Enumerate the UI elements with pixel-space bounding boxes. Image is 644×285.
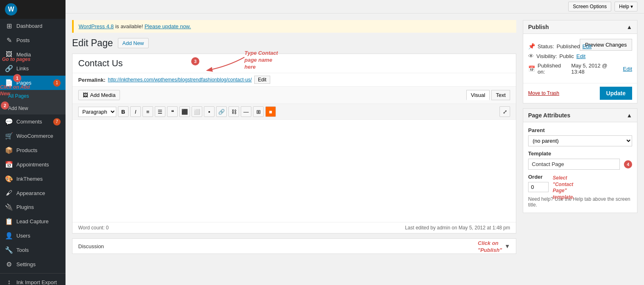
template-row: Contact Page 4	[528, 159, 632, 170]
posts-icon: ✎	[5, 36, 13, 44]
add-media-btn[interactable]: 🖼 Add Media	[78, 90, 120, 100]
published-edit-link[interactable]: Edit	[623, 66, 632, 72]
template-section: Template Contact Page 4 Select "Contact …	[528, 150, 632, 170]
sidebar-item-settings[interactable]: ⚙ Settings	[0, 257, 66, 272]
ol-btn[interactable]: ☰	[155, 106, 165, 117]
products-icon: 📦	[5, 146, 13, 154]
sidebar-item-label: Tools	[16, 247, 29, 253]
sidebar-logo: W	[0, 0, 66, 19]
woocommerce-icon: 🛒	[5, 132, 13, 140]
more-btn[interactable]: —	[241, 106, 251, 117]
status-row: 📌 Status: Published Edit	[528, 43, 580, 49]
help-btn[interactable]: Help ▾	[615, 2, 637, 11]
align-right-btn[interactable]: ▪	[204, 106, 215, 117]
page-heading: Edit Page	[72, 38, 113, 49]
visibility-label: Visibility:	[536, 53, 557, 59]
publish-collapse-icon: ▲	[626, 24, 632, 30]
sidebar-item-ink-import-export[interactable]: ↕ Ink Import Export	[0, 275, 66, 285]
step-1-badge: 1	[13, 74, 21, 82]
visibility-edit-link[interactable]: Edit	[576, 53, 585, 59]
trash-link[interactable]: Move to Trash	[528, 90, 559, 96]
sidebar-item-plugins[interactable]: 🔌 Plugins	[0, 200, 66, 214]
notice-version-link[interactable]: WordPress 4.8	[79, 23, 114, 29]
sidebar-item-users[interactable]: 👤 Users	[0, 229, 66, 243]
users-icon: 👤	[5, 232, 13, 240]
add-new-button[interactable]: Add New	[118, 38, 149, 48]
ink-import-export-icon: ↕	[5, 278, 13, 285]
visual-tab[interactable]: Visual	[466, 90, 490, 100]
step-3-badge: 3	[191, 57, 199, 65]
align-center-btn[interactable]: ⬜	[192, 106, 202, 117]
table-btn[interactable]: ⊞	[253, 106, 264, 117]
sidebar-item-appointments[interactable]: 📅 Appointments	[0, 157, 66, 172]
sidebar-item-posts[interactable]: ✎ Posts	[0, 33, 66, 47]
all-pages-label: All Pages	[8, 93, 29, 99]
sidebar-item-media[interactable]: 🖼 Media	[0, 47, 66, 61]
sidebar-item-lead-capture[interactable]: 📋 Lead Capture	[0, 214, 66, 229]
sidebar-add-new[interactable]: Add New 2	[0, 102, 66, 114]
sidebar-item-label: Comments	[16, 119, 42, 125]
permalink-edit-btn[interactable]: Edit	[254, 76, 270, 84]
page-attributes-panel: Page Attributes ▲ Parent (no parent) Tem…	[523, 108, 637, 213]
plugins-icon: 🔌	[5, 203, 13, 211]
ul-btn[interactable]: ≡	[142, 106, 153, 117]
unlink-btn[interactable]: ⛓	[228, 106, 239, 117]
parent-select[interactable]: (no parent)	[528, 135, 632, 146]
text-tab[interactable]: Text	[491, 90, 510, 100]
pages-badge: 1	[53, 79, 61, 87]
sidebar-item-tools[interactable]: 🔧 Tools	[0, 243, 66, 257]
notice-update-link[interactable]: Please update now.	[145, 23, 191, 29]
page-attributes-header: Page Attributes ▲	[523, 109, 637, 122]
blockquote-btn[interactable]: ❝	[167, 106, 178, 117]
screen-options-btn[interactable]: Screen Options	[568, 2, 611, 11]
italic-btn[interactable]: I	[130, 106, 141, 117]
sidebar-item-label: Products	[16, 147, 37, 153]
word-count-bar: Word count: 0 Last edited by admin on Ma…	[72, 222, 516, 233]
sidebar-item-label: Users	[16, 233, 30, 239]
publish-title: Publish	[528, 24, 549, 30]
status-edit-link[interactable]: Edit	[583, 43, 592, 49]
topbar: Screen Options Help ▾	[66, 0, 644, 13]
bold-btn[interactable]: B	[118, 106, 129, 117]
sidebar-item-comments[interactable]: 💬 Comments 7	[0, 114, 66, 129]
wp-logo-icon: W	[5, 3, 17, 16]
update-btn[interactable]: Update	[600, 87, 632, 100]
publish-panel: Publish ▲ Preview Changes 📌 Status: Publ…	[523, 20, 637, 103]
visibility-icon: 👁	[528, 53, 534, 59]
sidebar-item-label: Posts	[16, 37, 30, 43]
fullscreen-btn[interactable]: ⤢	[499, 106, 510, 117]
sidebar-item-woocommerce[interactable]: 🛒 WooCommerce	[0, 129, 66, 143]
parent-section: Parent (no parent)	[528, 127, 632, 146]
permalink-url[interactable]: http://inkthemes.com/wpthemes/blogstrend…	[108, 77, 252, 83]
visibility-row: 👁 Visibility: Public Edit	[528, 53, 632, 59]
sidebar-item-dashboard[interactable]: ⊞ Dashboard	[0, 19, 66, 33]
sidebar-item-links[interactable]: 🔗 Links	[0, 61, 66, 76]
published-row: 📅 Published on: May 5, 2012 @ 13:48 Edit	[528, 63, 632, 75]
word-count: Word count: 0	[78, 225, 108, 231]
discussion-chevron-icon: ▼	[504, 243, 510, 249]
publish-row: Move to Trash Update	[523, 83, 637, 103]
discussion-label: Discussion	[78, 243, 104, 249]
sidebar-item-products[interactable]: 📦 Products	[0, 143, 66, 157]
order-input[interactable]	[528, 182, 549, 192]
color-btn[interactable]: ■	[265, 106, 276, 117]
status-value: Published	[556, 43, 580, 49]
template-label: Template	[528, 150, 632, 157]
paragraph-select[interactable]: Paragraph	[78, 107, 116, 117]
editor-body[interactable]	[72, 120, 516, 222]
sidebar-item-appearance[interactable]: 🖌 Appearance	[0, 186, 66, 200]
link-btn[interactable]: 🔗	[216, 106, 227, 117]
tools-icon: 🔧	[5, 246, 13, 254]
content-area: WordPress 4.8 is available! Please updat…	[66, 13, 644, 285]
sidebar-item-label: Ink Import Export	[16, 279, 57, 285]
right-sidebar-panel: Publish ▲ Preview Changes 📌 Status: Publ…	[523, 20, 637, 278]
page-title-input[interactable]	[72, 54, 516, 73]
discussion-bar[interactable]: Discussion ▼	[72, 238, 516, 254]
sidebar-all-pages[interactable]: All Pages	[0, 90, 66, 102]
sidebar-divider	[0, 273, 66, 274]
published-label: Published on:	[538, 63, 569, 75]
sidebar-item-label: Appearance	[16, 190, 45, 196]
sidebar-item-inkthemes[interactable]: 🎨 InkThemes	[0, 172, 66, 186]
sidebar-item-pages[interactable]: 📄 Pages 1 1	[0, 76, 66, 90]
align-left-btn[interactable]: ⬛	[179, 106, 190, 117]
